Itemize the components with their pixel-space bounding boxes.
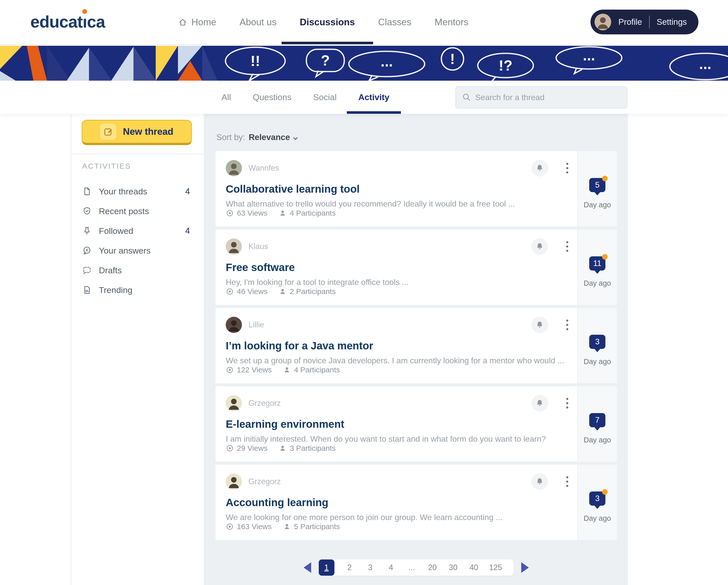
thread-title[interactable]: Free software [226,261,577,274]
svg-text:...: ... [583,47,595,63]
page-button[interactable]: 4 [386,563,397,572]
nav-item[interactable]: About us [240,0,277,44]
svg-text:?: ? [321,52,330,69]
nav-item[interactable]: Home [178,0,216,44]
page-button[interactable]: ... [406,563,417,572]
tab[interactable]: Social [313,81,337,114]
sidebar-item[interactable]: Your threads 4 [82,181,191,201]
page-button[interactable]: 125 [489,563,502,572]
sidebar-item[interactable]: Recent posts [82,201,191,221]
bell-icon [536,321,544,329]
participants-count: 4 Participants [294,365,340,374]
notification-bell-button[interactable] [531,473,548,490]
thread-title[interactable]: I’m looking for a Java mentor [226,340,577,352]
replies-badge: 3 [589,335,605,349]
tab[interactable]: Questions [253,81,291,114]
shield-check-icon [82,206,92,216]
thread-meta: 122 Views 4 Participants [226,365,340,374]
search-input[interactable] [475,93,621,102]
thread-card[interactable]: Wannfes Collaborative learning tool What… [216,151,617,227]
thread-card-header: Wannfes [226,160,577,176]
search-box[interactable] [456,86,627,108]
thread-list: Wannfes Collaborative learning tool What… [216,151,617,540]
views-count: 46 Views [237,287,267,296]
participants-count: 5 Participants [294,522,340,531]
tab-label: Questions [253,92,291,102]
thread-card-side: 11 Day ago [577,230,617,305]
previous-page-arrow[interactable] [304,562,311,573]
thread-excerpt: We set up a group of novice Java develop… [226,356,577,365]
tab-label: Activity [359,92,390,102]
document-icon [82,186,92,196]
nav-item[interactable]: Mentors [435,0,468,44]
new-thread-button[interactable]: New thread [82,120,192,145]
settings-button[interactable]: Settings [657,17,687,27]
thread-card-main: Wannfes Collaborative learning tool What… [216,151,577,227]
page-button[interactable]: 1 [319,559,334,576]
views-count: 29 Views [237,444,267,453]
kebab-menu-icon[interactable] [566,241,568,252]
filter-bar: AllQuestionsSocialActivity [0,81,728,114]
tab[interactable]: All [222,81,231,114]
author-avatar [226,317,242,333]
thread-author: Grzegorz [249,399,281,408]
thread-card-main: Klaus Free software Hey, I'm looking for… [216,230,577,305]
svg-text:!?: !? [499,57,513,74]
tab[interactable]: Activity [359,81,390,114]
thread-meta: 163 Views 5 Participants [226,522,340,531]
next-page-arrow[interactable] [521,562,529,573]
kebab-menu-icon[interactable] [566,163,568,173]
replies-count: 3 [595,494,599,503]
activities-section-title: ACTIVITIES [82,162,131,170]
thread-card-header: Lillie [226,316,577,333]
notification-bell-button[interactable] [531,316,548,333]
thread-card-header: Grzegorz [226,473,577,490]
profile-button[interactable]: Profile [618,17,642,27]
person-avatar-icon [595,14,611,30]
brand-logo[interactable]: educatıca [30,12,105,31]
page-button[interactable]: 30 [448,563,459,572]
notification-bell-button[interactable] [531,160,548,176]
sidebar-item[interactable]: Followed 4 [82,221,191,241]
chevron-down-icon[interactable] [292,135,299,142]
thread-title[interactable]: Accounting learning [226,497,577,509]
nav-item[interactable]: Discussions [300,0,355,44]
sidebar-item-count: 4 [185,186,190,196]
sidebar-item[interactable]: Drafts [82,260,191,280]
activities-list: Your threads 4 Recent posts Followed 4 Y… [82,181,191,300]
thread-title[interactable]: Collaborative learning tool [226,183,577,195]
thread-card[interactable]: Lillie I’m looking for a Java mentor We … [216,308,617,383]
notification-bell-button[interactable] [531,395,548,412]
nav-item-label: About us [240,17,277,28]
user-avatar[interactable] [595,14,611,30]
thread-author: Klaus [249,242,268,251]
bell-icon [536,399,544,408]
pin-icon [82,226,92,236]
thread-time: Day ago [584,436,611,444]
thread-card[interactable]: Grzegorz Accounting learning We are look… [216,465,617,540]
page-button[interactable]: 3 [365,563,376,572]
thread-card[interactable]: Grzegorz E-learning environment I am ini… [216,386,617,462]
page-button[interactable]: 2 [344,563,355,572]
kebab-menu-icon[interactable] [566,320,568,330]
thread-author: Wannfes [249,163,279,173]
views-count: 63 Views [237,209,267,218]
nav-item[interactable]: Classes [378,0,412,44]
page-button[interactable]: 20 [427,563,438,572]
thread-card[interactable]: Klaus Free software Hey, I'm looking for… [216,230,617,305]
svg-text:!: ! [450,51,455,67]
replies-count: 7 [595,416,599,425]
notification-bell-button[interactable] [531,238,548,255]
views-eye-icon [226,366,234,374]
participants-icon [283,366,291,374]
bell-icon [536,477,544,486]
sidebar-item[interactable]: Trending [82,280,191,300]
kebab-menu-icon[interactable] [566,398,568,409]
page-button[interactable]: 40 [468,563,479,572]
nav-item-label: Classes [378,17,412,28]
kebab-menu-icon[interactable] [566,476,568,487]
sidebar-item[interactable]: Your answers [82,241,191,260]
thread-title[interactable]: E-learning environment [226,418,577,430]
sort-value-dropdown[interactable]: Relevance [249,132,290,142]
sidebar-item-count: 4 [185,226,190,236]
